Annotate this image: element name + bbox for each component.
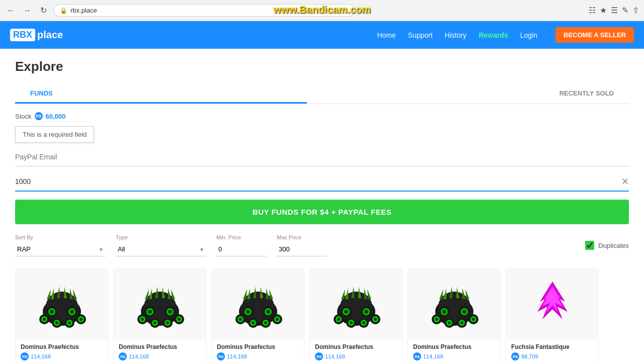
type-select[interactable]: All Hats Faces Gear <box>116 242 206 256</box>
svg-marker-90 <box>364 288 367 299</box>
sidebar-icon[interactable]: ☷ <box>589 6 596 15</box>
forward-button[interactable]: → <box>21 5 33 17</box>
lock-icon: 🔒 <box>60 7 67 14</box>
item-image-4 <box>408 269 500 339</box>
nav-history[interactable]: History <box>445 31 467 39</box>
max-price-filter: Max Price <box>277 234 327 256</box>
profile-icon[interactable]: ✎ <box>622 6 628 15</box>
sort-select[interactable]: RAP Price Name <box>15 242 106 256</box>
robux-icon-4: R$ <box>413 352 421 360</box>
tab-recently-sold[interactable]: RECENTLY SOLD <box>544 84 629 104</box>
nav-rewards[interactable]: Rewards <box>478 31 508 39</box>
item-card-1[interactable]: Dominus Praefectus R$ 114,168 BUY FOR $2… <box>113 268 206 362</box>
item-image-0 <box>16 269 108 339</box>
nav-support[interactable]: Support <box>408 31 433 39</box>
sort-by-filter: Sort By RAP Price Name <box>15 234 106 256</box>
type-label: Type <box>116 234 206 240</box>
item-name-1: Dominus Praefectus <box>119 343 201 350</box>
svg-point-23 <box>55 321 58 324</box>
item-rap-1: R$ 114,168 <box>119 352 201 360</box>
fuchsia-fantastique-svg <box>522 274 583 334</box>
item-rap-2: R$ 114,168 <box>217 352 299 360</box>
min-price-label: Min. Price <box>216 234 267 240</box>
svg-point-50 <box>166 321 169 324</box>
dominus-praefectus-svg-0 <box>32 274 92 334</box>
amount-field-wrapper: ✕ <box>15 172 629 192</box>
svg-point-77 <box>276 318 279 321</box>
robux-icon-3: R$ <box>315 352 323 360</box>
menu-icon[interactable]: ☰ <box>611 6 618 15</box>
become-seller-button[interactable]: BECOME A SELLER <box>555 27 634 43</box>
svg-point-7 <box>70 310 74 314</box>
item-card-0[interactable]: Dominus Praefectus R$ 114,168 BUY FOR $2… <box>15 268 108 362</box>
tabs: FUNDS RECENTLY SOLD <box>15 84 629 104</box>
sort-by-label: Sort By <box>15 234 106 240</box>
svg-point-75 <box>252 321 255 324</box>
svg-marker-64 <box>266 288 269 299</box>
item-info-1: Dominus Praefectus R$ 114,168 BUY FOR $2… <box>114 339 206 362</box>
svg-point-103 <box>374 318 377 321</box>
item-name-4: Dominus Praefectus <box>413 343 495 350</box>
item-name-2: Dominus Praefectus <box>217 343 299 350</box>
svg-point-22 <box>43 318 46 321</box>
svg-point-128 <box>460 321 463 324</box>
nav-home[interactable]: Home <box>377 31 395 39</box>
svg-point-102 <box>362 321 365 324</box>
item-card-2[interactable]: Dominus Praefectus R$ 114,168 BUY FOR $2… <box>211 268 304 362</box>
min-price-filter: Min. Price <box>216 234 267 256</box>
buy-funds-button[interactable]: BUY FUNDS FOR $4 + PAYPAL FEES <box>15 200 629 224</box>
clear-amount-button[interactable]: ✕ <box>621 176 629 187</box>
svg-marker-113 <box>443 288 446 299</box>
item-image-3 <box>310 269 402 339</box>
item-name-0: Dominus Praefectus <box>21 343 103 350</box>
robux-icon-2: R$ <box>217 352 225 360</box>
items-grid: Dominus Praefectus R$ 114,168 BUY FOR $2… <box>15 268 629 362</box>
item-info-4: Dominus Praefectus R$ 114,168 BUY FOR $2… <box>408 339 500 362</box>
svg-point-85 <box>364 310 368 314</box>
item-name-3: Dominus Praefectus <box>315 343 397 350</box>
duplicates-checkbox[interactable] <box>585 241 594 250</box>
share-icon[interactable]: ⇧ <box>632 6 639 15</box>
item-card-5[interactable]: Fuchsia Fantastique R$ 98,709 BUY FOR $1… <box>506 268 599 362</box>
bookmark-icon[interactable]: ★ <box>600 6 607 15</box>
paypal-email-input[interactable] <box>15 148 629 166</box>
amount-input[interactable] <box>15 172 621 191</box>
sort-select-wrapper: RAP Price Name <box>15 242 106 256</box>
tab-funds[interactable]: FUNDS <box>15 84 307 104</box>
item-image-5 <box>506 269 598 339</box>
dominus-praefectus-svg-3 <box>326 274 386 334</box>
svg-point-51 <box>178 318 181 321</box>
max-price-input[interactable] <box>277 242 327 256</box>
main-content: Explore FUNDS RECENTLY SOLD Stock R$ 60,… <box>0 49 644 362</box>
svg-point-32 <box>148 310 152 314</box>
item-rap-0: R$ 114,168 <box>21 352 103 360</box>
svg-point-101 <box>350 321 353 324</box>
item-info-5: Fuchsia Fantastique R$ 98,709 BUY FOR $1… <box>506 339 598 362</box>
page-title: Explore <box>15 59 629 74</box>
back-button[interactable]: ← <box>5 5 17 17</box>
item-card-4[interactable]: Dominus Praefectus R$ 114,168 BUY FOR $2… <box>408 268 501 362</box>
svg-point-24 <box>68 321 71 324</box>
site-nav: RBX place Home Support History Rewards L… <box>0 21 644 49</box>
robux-icon-5: R$ <box>511 352 519 360</box>
robux-icon-0: R$ <box>21 352 29 360</box>
svg-marker-9 <box>51 288 54 299</box>
filters-bar: Sort By RAP Price Name Type All Hats Fac… <box>15 234 629 256</box>
required-field-tooltip: This is a required field <box>15 126 94 143</box>
robux-icon: R$ <box>35 112 43 120</box>
nav-login[interactable]: Login <box>520 31 537 39</box>
nav-links: Home Support History Rewards Login BECOM… <box>377 27 634 43</box>
url-bar[interactable]: 🔒 rbx.place <box>53 4 355 17</box>
item-card-3[interactable]: Dominus Praefectus R$ 114,168 BUY FOR $2… <box>309 268 403 362</box>
item-info-3: Dominus Praefectus R$ 114,168 BUY FOR $2… <box>310 339 402 362</box>
item-rap-3: R$ 114,168 <box>315 352 397 360</box>
svg-marker-87 <box>345 288 348 299</box>
svg-point-110 <box>442 310 446 314</box>
refresh-button[interactable]: ↻ <box>37 5 49 17</box>
site-logo: RBX place <box>10 29 63 41</box>
item-image-1 <box>114 269 206 339</box>
stock-label: Stock <box>15 113 32 120</box>
svg-point-48 <box>141 318 144 321</box>
dominus-praefectus-svg-4 <box>424 274 485 334</box>
min-price-input[interactable] <box>216 242 267 256</box>
